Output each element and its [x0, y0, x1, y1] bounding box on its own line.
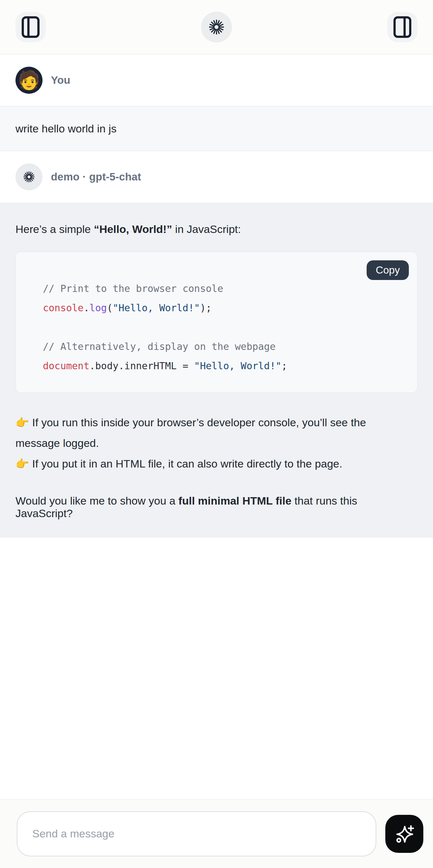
user-message: write hello world in js [0, 106, 433, 151]
assistant-message-header: demo · gpt-5-chat [0, 151, 433, 203]
code-token: document [43, 360, 90, 371]
text-segment: Would you like me to show you a [16, 495, 179, 507]
panel-left-icon [21, 16, 40, 38]
code-line [43, 318, 404, 337]
user-message-text: write hello world in js [16, 122, 117, 135]
code-token: "Hello, World!" [113, 302, 200, 313]
text-segment: Here’s a simple [16, 223, 94, 235]
model-button[interactable] [201, 11, 232, 42]
user-avatar-emoji: 🧑 [18, 71, 40, 89]
assistant-avatar [16, 163, 42, 190]
top-bar [0, 0, 433, 55]
assistant-note-line: 👉 If you run this inside your browser’s … [16, 412, 389, 453]
panel-right-icon [393, 16, 412, 38]
code-token: // Print to the browser console [43, 283, 223, 294]
message-input[interactable] [17, 811, 376, 857]
code-token: ( [107, 302, 113, 313]
code-line: // Alternatively, display on the webpage [43, 337, 404, 356]
copy-button[interactable]: Copy [367, 260, 409, 280]
code-token: ); [200, 302, 212, 313]
code-token: "Hello, World!" [194, 360, 282, 371]
assistant-question-text: Would you like me to show you a full min… [16, 495, 389, 520]
assistant-intro-text: Here’s a simple “Hello, World!” in JavaS… [16, 221, 389, 238]
assistant-message: Here’s a simple “Hello, World!” in JavaS… [0, 203, 433, 538]
user-message-header: 🧑 You [0, 55, 433, 106]
burst-icon [22, 169, 36, 184]
code-token: // Alternatively, display on the webpage [43, 341, 275, 352]
chat-empty-space [0, 538, 433, 799]
sparkle-plus-icon [394, 823, 415, 844]
burst-icon [207, 17, 226, 37]
text-segment: “Hello, World!” [94, 223, 172, 235]
code-token: console [43, 302, 84, 313]
assistant-model-label: demo · gpt-5-chat [51, 171, 141, 183]
right-panel-toggle-button[interactable] [387, 12, 417, 42]
composer-bar [0, 799, 433, 868]
code-line: console.log("Hello, World!"); [43, 298, 404, 318]
code-block: Copy // Print to the browser consolecons… [16, 252, 417, 393]
assistant-notes: 👉 If you run this inside your browser’s … [16, 412, 417, 474]
user-avatar: 🧑 [16, 67, 42, 94]
code-token: ; [282, 360, 287, 371]
send-button[interactable] [385, 815, 423, 853]
code-token: . [84, 302, 89, 313]
code-token: .body.innerHTML = [90, 360, 194, 371]
sidebar-toggle-button[interactable] [16, 12, 46, 42]
user-label: You [51, 74, 70, 86]
text-segment: full minimal HTML file [179, 495, 291, 507]
text-segment: 👉 If you run this inside your browser’s … [16, 416, 366, 449]
code-line: document.body.innerHTML = "Hello, World!… [43, 356, 404, 376]
code-line: // Print to the browser console [43, 279, 404, 298]
text-segment: in JavaScript: [172, 223, 241, 235]
text-segment: 👉 If you put it in an HTML file, it can … [16, 458, 342, 470]
code-content: // Print to the browser consoleconsole.l… [43, 279, 404, 376]
code-token: log [90, 302, 107, 313]
assistant-note-line: 👉 If you put it in an HTML file, it can … [16, 453, 389, 474]
